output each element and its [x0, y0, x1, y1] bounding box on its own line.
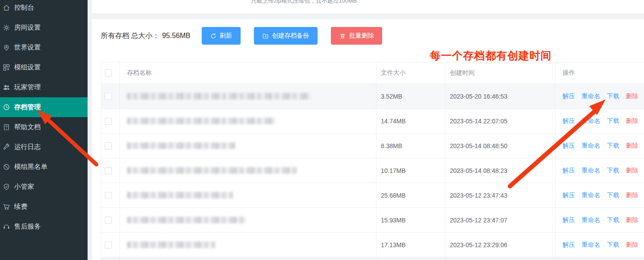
action-unzip[interactable]: 解压	[563, 117, 575, 125]
action-rename[interactable]: 重命名	[582, 117, 600, 125]
row-checkbox-cell	[101, 109, 120, 134]
header-file-size: 文件大小	[376, 62, 445, 84]
upload-tip-text: 只能上传zip格式压缩包，且不超过100MB	[251, 0, 357, 5]
action-unzip[interactable]: 解压	[563, 142, 575, 150]
location-icon	[3, 44, 10, 51]
toolbar-button[interactable]: 批量删除	[331, 27, 382, 45]
table-row: 25.68MB 2023-05-12 23:47:43 解压重命名下载删除	[101, 183, 644, 208]
action-delete[interactable]: 删除	[626, 142, 638, 150]
sidebar-item[interactable]: 帮助文档	[0, 117, 88, 137]
created-time-cell: 2023-05-12 23:29:06	[445, 233, 556, 257]
toolbar-button[interactable]: 创建存档备份	[254, 27, 318, 45]
file-size-cell: 3.52MB	[376, 84, 445, 109]
refresh-icon	[210, 33, 217, 39]
archive-name-cell	[120, 134, 376, 158]
sidebar-item-label: 小管家	[14, 183, 34, 191]
toolbar: 所有存档 总大小：95.56MB 刷新 创建存档备份 批量删除	[101, 27, 394, 45]
archive-table: 存档名称 文件大小 创建时间 操作 3.52MB 2023-05-20 16:4…	[101, 62, 644, 260]
total-size-summary: 所有存档 总大小：95.56MB	[101, 31, 191, 41]
row-checkbox[interactable]	[105, 192, 112, 199]
action-rename[interactable]: 重命名	[582, 191, 600, 199]
sidebar-item[interactable]: 房间设置	[0, 18, 88, 38]
table-row: 8.38MB 2023-05-14 08:48:50 解压重命名下载删除	[101, 134, 644, 158]
action-unzip[interactable]: 解压	[563, 241, 575, 249]
archive-name-redacted	[127, 93, 310, 99]
modules-icon	[3, 64, 10, 71]
table-row: 3.52MB 2023-05-20 16:46:53 解压重命名下载删除	[101, 84, 644, 109]
blacklist-icon	[3, 163, 10, 171]
sidebar-item-label: 模组黑名单	[14, 163, 47, 171]
sidebar-item[interactable]: 控制台	[0, 0, 88, 18]
sidebar-item-label: 玩家管理	[14, 83, 41, 92]
cart-icon	[3, 203, 10, 210]
created-time-cell: 2023-05-20 16:46:53	[445, 84, 556, 109]
action-download[interactable]: 下载	[607, 191, 619, 199]
row-checkbox-cell	[101, 233, 120, 257]
sidebar-item[interactable]: 存档管理	[0, 97, 88, 117]
archive-name-cell	[120, 233, 376, 257]
sidebar-item[interactable]: 模组设置	[0, 57, 88, 77]
row-checkbox[interactable]	[105, 241, 112, 249]
archive-name-cell	[120, 158, 376, 183]
select-all-checkbox[interactable]	[105, 69, 112, 76]
action-rename[interactable]: 重命名	[582, 216, 600, 224]
action-rename[interactable]: 重命名	[582, 241, 600, 249]
action-delete[interactable]: 删除	[626, 167, 638, 175]
action-download[interactable]: 下载	[607, 167, 619, 175]
action-delete[interactable]: 删除	[626, 117, 638, 125]
row-checkbox-cell	[101, 84, 120, 109]
sidebar-item[interactable]: 模组黑名单	[0, 157, 88, 177]
trash-icon	[339, 33, 346, 39]
sidebar-item[interactable]: 世界设置	[0, 38, 88, 57]
sidebar-item[interactable]: 小管家	[0, 177, 88, 197]
total-size-value: 95.56MB	[162, 32, 190, 39]
action-delete[interactable]: 删除	[626, 191, 638, 199]
archive-name-cell	[120, 109, 376, 134]
action-rename[interactable]: 重命名	[582, 167, 600, 175]
tools-icon	[3, 143, 10, 151]
archive-name-redacted	[127, 192, 233, 199]
created-time-cell: 2023-05-12 23:47:07	[445, 208, 556, 233]
action-delete[interactable]: 删除	[626, 216, 638, 224]
toolbar-button[interactable]: 刷新	[202, 27, 241, 45]
action-delete[interactable]: 删除	[626, 241, 638, 249]
sidebar-item-label: 模组设置	[14, 63, 41, 72]
action-download[interactable]: 下载	[607, 92, 619, 100]
action-download[interactable]: 下载	[607, 142, 619, 150]
sidebar-item[interactable]: 售后服务	[0, 217, 88, 237]
total-size-label: 所有存档 总大小：	[101, 32, 159, 39]
archive-name-redacted	[127, 142, 235, 149]
action-unzip[interactable]: 解压	[563, 167, 575, 175]
home-icon	[3, 4, 10, 11]
archive-name-redacted	[127, 241, 215, 248]
sidebar-item-label: 帮助文档	[14, 123, 41, 131]
operations-cell: 解压重命名下载删除	[556, 158, 644, 183]
toolbar-buttons: 刷新 创建存档备份 批量删除	[202, 27, 394, 45]
sidebar-item[interactable]: 玩家管理	[0, 77, 88, 97]
action-download[interactable]: 下载	[607, 117, 619, 125]
row-checkbox[interactable]	[105, 93, 112, 100]
row-checkbox[interactable]	[105, 217, 112, 224]
created-time-cell: 2023-05-14 22:07:05	[445, 109, 556, 134]
action-unzip[interactable]: 解压	[563, 191, 575, 199]
row-checkbox-cell	[101, 208, 120, 233]
row-checkbox[interactable]	[105, 118, 112, 125]
header-operations: 操作	[556, 62, 644, 84]
annotation-text: 每一个存档都有创建时间	[430, 49, 552, 63]
action-rename[interactable]: 重命名	[582, 92, 600, 100]
archive-name-redacted	[127, 217, 246, 223]
sidebar-item[interactable]: 运行日志	[0, 137, 88, 157]
sidebar-item-label: 控制台	[14, 4, 34, 12]
action-delete[interactable]: 删除	[626, 92, 638, 100]
headset-icon	[3, 223, 10, 230]
action-download[interactable]: 下载	[607, 216, 619, 224]
action-unzip[interactable]: 解压	[563, 216, 575, 224]
sidebar: 控制台 房间设置 世界设置 模组设置 玩家管理 存档管理 帮助文档 运行日志 模…	[0, 0, 88, 260]
action-download[interactable]: 下载	[607, 241, 619, 249]
sidebar-item[interactable]: 续费	[0, 197, 88, 217]
row-checkbox[interactable]	[105, 167, 112, 174]
row-checkbox[interactable]	[105, 142, 112, 149]
action-unzip[interactable]: 解压	[563, 92, 575, 100]
file-size-cell: 25.68MB	[376, 183, 445, 208]
action-rename[interactable]: 重命名	[582, 142, 600, 150]
